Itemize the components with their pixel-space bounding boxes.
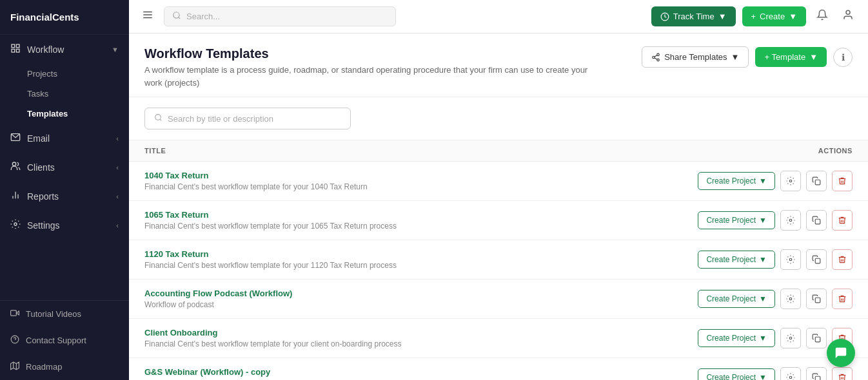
template-info-4: Client Onboarding Financial Cent's best …	[144, 328, 401, 348]
template-desc-2: Financial Cent's best workflow template …	[144, 261, 397, 270]
copy-button-4[interactable]	[806, 328, 827, 348]
svg-point-24	[657, 53, 660, 56]
sidebar-item-templates[interactable]: Templates	[0, 104, 129, 124]
sidebar-clients-label: Clients	[27, 162, 55, 173]
share-templates-button[interactable]: Share Templates ▼	[642, 46, 749, 68]
svg-point-41	[789, 376, 792, 379]
sidebar-item-tasks[interactable]: Tasks	[0, 84, 129, 104]
search-icon-template	[154, 113, 163, 124]
app-logo: FinancialCents	[0, 0, 129, 35]
copy-button-5[interactable]	[806, 367, 827, 380]
settings-button-0[interactable]	[780, 171, 801, 191]
settings-button-4[interactable]	[780, 328, 801, 348]
table-row: Accounting Flow Podcast (Workflow) Workf…	[129, 280, 868, 319]
svg-rect-36	[815, 258, 820, 263]
gear-icon-4	[786, 334, 795, 343]
template-info-0: 1040 Tax Return Financial Cent's best wo…	[144, 171, 368, 191]
sidebar-item-clients[interactable]: Clients ‹	[0, 153, 129, 182]
sidebar-item-projects[interactable]: Projects	[0, 64, 129, 84]
sidebar-item-email[interactable]: Email ‹	[0, 124, 129, 153]
sidebar-item-settings[interactable]: Settings ‹	[0, 211, 129, 240]
create-project-button-4[interactable]: Create Project ▼	[698, 329, 775, 347]
chat-bubble-button[interactable]	[827, 339, 855, 367]
table-row: 1120 Tax Return Financial Cent's best wo…	[129, 240, 868, 280]
template-desc-3: Workflow of podcast	[144, 300, 292, 309]
global-search-bar[interactable]	[164, 6, 396, 26]
delete-button-0[interactable]	[832, 171, 853, 191]
svg-point-23	[846, 10, 850, 14]
copy-button-3[interactable]	[806, 289, 827, 309]
info-button[interactable]: ℹ	[833, 48, 853, 67]
new-template-button[interactable]: + Template ▼	[755, 47, 827, 67]
sidebar-workflow-label: Workflow	[27, 44, 64, 55]
delete-button-2[interactable]	[832, 249, 853, 270]
gear-icon-3	[786, 294, 795, 303]
svg-point-31	[789, 180, 792, 182]
create-project-chevron-3: ▼	[759, 294, 767, 303]
svg-rect-2	[12, 49, 15, 52]
template-title-5[interactable]: G&S Webinar (Workflow) - copy	[144, 367, 270, 377]
copy-button-2[interactable]	[806, 249, 827, 270]
sidebar-item-roadmap[interactable]: Roadmap	[0, 354, 129, 380]
svg-point-35	[789, 258, 792, 261]
trash-icon-2	[838, 255, 847, 264]
video-icon	[10, 309, 19, 319]
create-project-button-2[interactable]: Create Project ▼	[698, 251, 775, 269]
template-title-2[interactable]: 1120 Tax Return	[144, 249, 397, 259]
mail-icon	[10, 132, 21, 144]
create-chevron: ▼	[789, 12, 797, 21]
global-search-input[interactable]	[186, 12, 388, 21]
copy-button-0[interactable]	[806, 171, 827, 191]
svg-rect-40	[815, 337, 820, 342]
template-search-section	[129, 97, 868, 140]
sidebar-item-reports[interactable]: Reports ‹	[0, 182, 129, 211]
template-title-1[interactable]: 1065 Tax Return	[144, 210, 397, 220]
search-icon	[172, 11, 181, 22]
template-actions-2: Create Project ▼	[698, 249, 853, 270]
copy-icon-0	[812, 176, 821, 185]
copy-button-1[interactable]	[806, 210, 827, 231]
sidebar-item-contact-support[interactable]: Contact Support	[0, 327, 129, 354]
svg-point-5	[12, 162, 15, 166]
create-project-button-0[interactable]: Create Project ▼	[698, 172, 775, 190]
template-chevron-icon: ▼	[809, 52, 818, 62]
settings-button-1[interactable]	[780, 210, 801, 231]
delete-button-3[interactable]	[832, 289, 853, 309]
template-title-3[interactable]: Accounting Flow Podcast (Workflow)	[144, 289, 292, 298]
gear-icon	[10, 219, 21, 231]
create-project-chevron-5: ▼	[759, 373, 767, 380]
svg-marker-10	[16, 311, 19, 315]
delete-button-5[interactable]	[832, 367, 853, 380]
sidebar-item-tutorial-videos[interactable]: Tutorial Videos	[0, 301, 129, 327]
settings-button-3[interactable]	[780, 289, 801, 309]
table-header-actions: ACTIONS	[818, 147, 853, 155]
table-row: Client Onboarding Financial Cent's best …	[129, 319, 868, 358]
template-search-input[interactable]	[168, 114, 341, 124]
create-project-button-1[interactable]: Create Project ▼	[698, 211, 775, 229]
svg-point-39	[789, 337, 792, 339]
template-title-4[interactable]: Client Onboarding	[144, 328, 401, 337]
create-button[interactable]: + Create ▼	[742, 6, 807, 26]
delete-button-1[interactable]	[832, 210, 853, 231]
sidebar: FinancialCents Workflow ▼ Projects Tasks…	[0, 0, 129, 380]
copy-icon-5	[812, 373, 821, 380]
sidebar-item-workflow[interactable]: Workflow ▼	[0, 35, 129, 64]
template-title-0[interactable]: 1040 Tax Return	[144, 171, 368, 180]
trash-icon-1	[838, 216, 847, 225]
hamburger-menu-button[interactable]	[139, 6, 156, 26]
create-project-button-3[interactable]: Create Project ▼	[698, 290, 775, 308]
template-search-bar[interactable]	[144, 108, 351, 129]
copy-icon-3	[812, 294, 821, 303]
create-project-button-5[interactable]: Create Project ▼	[698, 368, 775, 380]
svg-marker-14	[11, 362, 19, 370]
page-header-left: Workflow Templates A workflow template i…	[144, 46, 596, 89]
create-project-label-0: Create Project	[706, 176, 756, 185]
chart-icon	[10, 190, 21, 202]
settings-button-2[interactable]	[780, 249, 801, 270]
settings-button-5[interactable]	[780, 367, 801, 380]
track-time-button[interactable]: Track Time ▼	[651, 6, 736, 26]
notifications-button[interactable]	[813, 6, 832, 26]
support-icon	[10, 335, 19, 346]
svg-rect-42	[815, 376, 820, 380]
profile-button[interactable]	[838, 6, 858, 26]
